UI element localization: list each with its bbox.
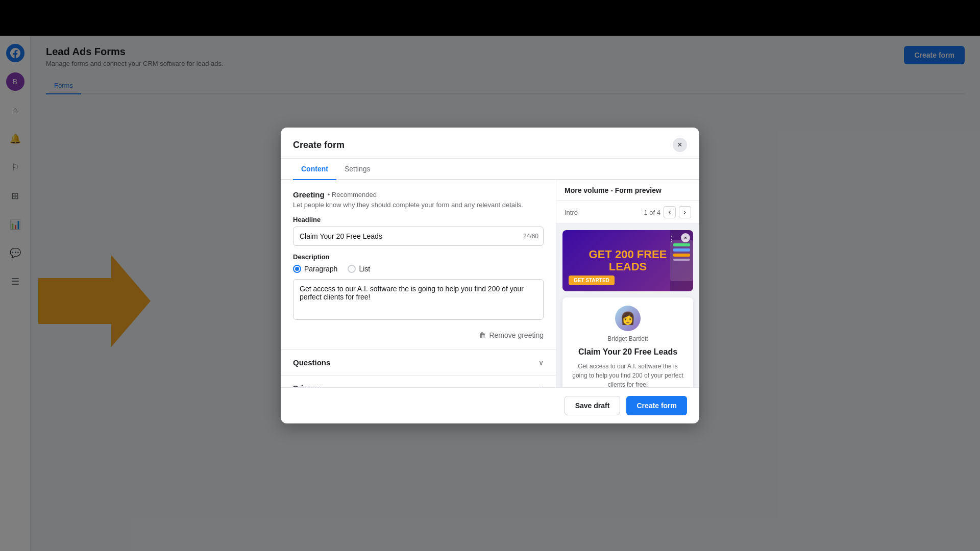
headline-input-wrapper: 24/60 [293,227,544,246]
modal-tabs: Content Settings [281,159,699,180]
remove-greeting-label: Remove greeting [489,331,544,339]
questions-section[interactable]: Questions ∨ [281,349,556,375]
char-count: 24/60 [523,233,538,240]
privacy-section[interactable]: Privacy ∨ [281,375,556,387]
ad-close-icon[interactable]: × [681,233,690,242]
form-panel: Greeting • Recommended Let people know w… [281,180,556,387]
author-avatar: 👩 [615,306,641,331]
modal-body: Greeting • Recommended Let people know w… [281,180,699,387]
preview-content: GET 200 FREE LEADS GET STARTED [556,224,699,387]
privacy-title: Privacy [293,384,320,387]
ad-headline-top: GET 200 FREE [569,248,687,261]
radio-list-btn[interactable] [348,265,356,273]
greeting-badge: • Recommended [328,191,377,198]
create-form-modal: Create form × Content Settings Greeting … [281,128,699,423]
ad-banner-image: GET 200 FREE LEADS GET STARTED [562,230,693,291]
author-name: Bridget Bartlett [571,335,685,342]
preview-navigation: 1 of 4 ‹ › [644,206,691,218]
radio-paragraph-btn[interactable] [293,265,301,273]
preview-title: More volume - Form preview [565,186,662,194]
ad-screenshot [670,240,693,281]
description-label: Description [293,253,544,261]
form-card-title: Claim Your 20 Free Leads [571,347,685,357]
description-textarea[interactable]: Get access to our A.I. software the is g… [293,279,544,320]
form-card: 👩 Bridget Bartlett Claim Your 20 Free Le… [562,297,693,387]
preview-prev-button[interactable]: ‹ [664,206,676,218]
radio-paragraph-label: Paragraph [304,265,337,273]
preview-panel: More volume - Form preview Intro 1 of 4 … [556,180,699,387]
greeting-description: Let people know why they should complete… [293,201,544,209]
remove-greeting-button[interactable]: 🗑 Remove greeting [479,331,544,339]
headline-input[interactable] [293,227,544,246]
ad-headline-bottom: LEADS [569,261,687,273]
preview-next-button[interactable]: › [679,206,691,218]
headline-label: Headline [293,216,544,223]
modal-footer: Save draft Create form [281,387,699,423]
modal-close-button[interactable]: × [673,138,687,152]
page-indicator: 1 of 4 [644,209,660,216]
questions-chevron-icon: ∨ [538,359,544,367]
radio-list[interactable]: List [348,265,370,273]
greeting-section-header: Greeting • Recommended Let people know w… [293,190,544,209]
preview-header: More volume - Form preview [556,180,699,201]
description-type-group: Paragraph List [293,265,544,273]
intro-label: Intro [565,209,578,216]
get-started-button[interactable]: GET STARTED [569,276,615,285]
radio-list-label: List [359,265,370,273]
create-form-button[interactable]: Create form [626,396,687,415]
form-card-body: Get access to our A.I. software the is g… [571,362,685,387]
tab-settings[interactable]: Settings [336,159,379,180]
modal-header: Create form × [281,128,699,159]
greeting-title: Greeting [293,190,325,199]
save-draft-button[interactable]: Save draft [565,396,621,415]
modal-title: Create form [293,140,345,151]
radio-paragraph[interactable]: Paragraph [293,265,337,273]
questions-title: Questions [293,358,330,367]
ellipsis-icon: ⋮ [668,234,676,244]
tab-content[interactable]: Content [293,159,336,180]
ad-banner: GET 200 FREE LEADS GET STARTED [562,230,693,291]
trash-icon: 🗑 [479,331,486,339]
privacy-chevron-icon: ∨ [538,384,544,388]
